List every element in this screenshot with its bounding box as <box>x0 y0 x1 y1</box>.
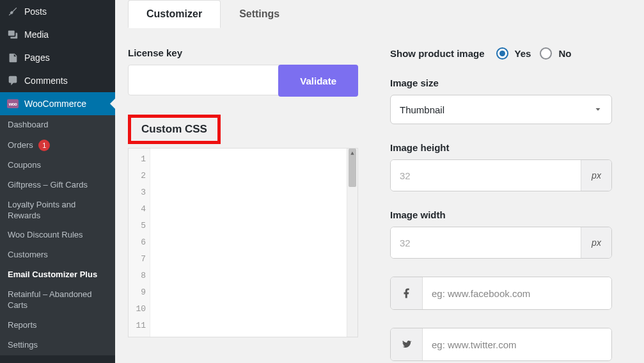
sidebar-item-pages[interactable]: Pages <box>0 46 115 69</box>
tab-customizer[interactable]: Customizer <box>128 0 221 28</box>
pushpin-icon <box>6 5 19 18</box>
sidebar-label: Media <box>24 29 49 40</box>
show-product-image-group: Show product image Yes No <box>390 47 612 60</box>
submenu-retainful[interactable]: Retainful – Abandoned Carts <box>0 285 115 316</box>
image-size-group: Image size Thumbnail <box>390 77 612 124</box>
image-size-value: Thumbnail <box>400 104 444 115</box>
line-number: 2 <box>129 168 146 184</box>
validate-button[interactable]: Validate <box>278 65 358 97</box>
line-number-gutter: 1 2 3 4 5 6 7 8 9 10 11 <box>129 149 150 337</box>
pages-icon <box>6 51 19 64</box>
radio-no-label: No <box>558 48 571 59</box>
sidebar-label: Posts <box>24 6 47 17</box>
facebook-icon <box>391 277 423 309</box>
settings-left-column: License key Validate Custom CSS 1 2 3 4 <box>128 47 358 363</box>
image-width-label: Image width <box>390 209 612 220</box>
twitter-link-group <box>390 328 612 361</box>
radio-no[interactable] <box>540 47 552 60</box>
woocommerce-icon: woo <box>6 97 19 110</box>
submenu-label: Orders <box>8 140 33 150</box>
submenu-loyalty[interactable]: Loyalty Points and Rewards <box>0 195 115 226</box>
px-suffix: px <box>581 160 611 191</box>
submenu-giftpress[interactable]: Giftpress – Gift Cards <box>0 175 115 195</box>
submenu-discount-rules[interactable]: Woo Discount Rules <box>0 225 115 245</box>
line-number: 10 <box>129 301 146 318</box>
media-icon <box>6 28 19 41</box>
license-key-input[interactable] <box>128 65 279 95</box>
radio-yes[interactable] <box>496 47 508 60</box>
scrollbar[interactable]: ▲ <box>347 149 357 337</box>
sidebar-item-comments[interactable]: Comments <box>0 69 115 92</box>
submenu-reports[interactable]: Reports <box>0 316 115 335</box>
facebook-link-group <box>390 277 612 310</box>
image-height-label: Image height <box>390 142 612 153</box>
tabs: Customizer Settings <box>128 0 631 28</box>
submenu-customers[interactable]: Customers <box>0 245 115 265</box>
px-suffix: px <box>581 227 611 258</box>
tab-settings[interactable]: Settings <box>221 0 298 28</box>
image-height-input[interactable] <box>391 160 581 191</box>
line-number: 6 <box>129 234 146 251</box>
line-number: 11 <box>129 318 146 334</box>
sidebar-label: WooCommerce <box>24 99 86 109</box>
code-body[interactable]: ▲ <box>150 149 357 337</box>
line-number: 5 <box>129 218 146 234</box>
custom-css-editor[interactable]: 1 2 3 4 5 6 7 8 9 10 11 <box>128 148 358 337</box>
sidebar-item-woocommerce[interactable]: woo WooCommerce <box>0 92 115 115</box>
license-key-label: License key <box>128 47 358 58</box>
line-number: 7 <box>129 251 146 268</box>
show-product-image-label: Show product image <box>390 48 485 59</box>
line-number: 8 <box>129 268 146 284</box>
line-number: 4 <box>129 201 146 218</box>
sidebar-label: Pages <box>24 52 50 63</box>
line-number: 1 <box>129 151 146 168</box>
twitter-url-input[interactable] <box>423 328 611 360</box>
submenu-coupons[interactable]: Coupons <box>0 156 115 175</box>
sidebar-item-media[interactable]: Media <box>0 23 115 46</box>
license-key-group: License key Validate <box>128 47 358 97</box>
sidebar-item-posts[interactable]: Posts <box>0 0 115 23</box>
submenu-email-customizer[interactable]: Email Customizer Plus <box>0 265 115 285</box>
main-content: Customizer Settings License key Validate… <box>115 0 644 363</box>
orders-count-badge: 1 <box>38 140 50 151</box>
submenu-orders[interactable]: Orders 1 <box>0 135 115 156</box>
settings-right-column: Show product image Yes No Image size Thu… <box>390 47 631 363</box>
woocommerce-submenu: Dashboard Orders 1 Coupons Giftpress – G… <box>0 115 115 355</box>
admin-sidebar: Posts Media Pages Comments woo WooCommer… <box>0 0 115 363</box>
image-width-input[interactable] <box>391 227 581 258</box>
image-size-label: Image size <box>390 77 612 88</box>
facebook-url-input[interactable] <box>423 277 611 309</box>
submenu-settings[interactable]: Settings <box>0 335 115 355</box>
comments-icon <box>6 74 19 87</box>
sidebar-label: Comments <box>24 76 68 86</box>
submenu-dashboard[interactable]: Dashboard <box>0 115 115 135</box>
image-size-select[interactable]: Thumbnail <box>390 95 612 124</box>
line-number: 9 <box>129 284 146 301</box>
scroll-up-icon[interactable]: ▲ <box>347 150 357 157</box>
custom-css-group: Custom CSS 1 2 3 4 5 6 7 8 9 10 <box>128 115 358 337</box>
custom-css-label: Custom CSS <box>128 115 221 144</box>
chevron-down-icon <box>593 105 602 114</box>
image-width-group: Image width px <box>390 209 612 259</box>
twitter-icon <box>391 328 423 360</box>
image-height-group: Image height px <box>390 142 612 191</box>
line-number: 3 <box>129 184 146 201</box>
radio-yes-label: Yes <box>515 48 531 59</box>
